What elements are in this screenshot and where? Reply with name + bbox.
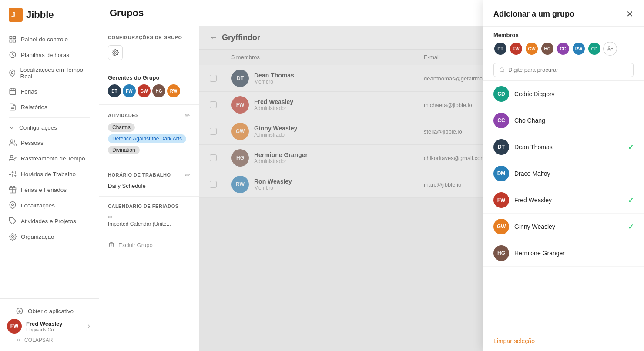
settings-icon	[9, 233, 17, 241]
sidebar-item-label: Localizações em Tempo Real	[20, 67, 90, 80]
edit-activities-button[interactable]: ✏	[185, 112, 190, 119]
activity-tag: Charms	[108, 123, 135, 132]
edit-calendar-button[interactable]: ✏	[108, 214, 113, 221]
get-app-label: Obter o aplicativo	[28, 308, 74, 314]
logo-icon: J	[9, 8, 23, 22]
page-title: Grupos	[110, 7, 144, 19]
sidebar-item-label: Atividades e Projetos	[21, 218, 76, 224]
nav-items: Painel de controle Planilhas de horas Lo…	[0, 30, 99, 298]
sidebar-item-localizacoes[interactable]: Localizações em Tempo Real	[0, 63, 99, 84]
candidate-avatar: FW	[493, 192, 509, 208]
sidebar-item-relatorios[interactable]: Relatórios	[0, 99, 99, 115]
calendar-icon	[9, 87, 17, 95]
activities-title: ATIVIDADES	[108, 113, 139, 118]
sidebar-item-label: Painel de controle	[21, 36, 68, 43]
svg-point-32	[114, 52, 116, 53]
sidebar-item-label: Configurações	[19, 124, 57, 131]
activity-tag: Defence Against the Dark Arts	[108, 134, 186, 143]
file-text-icon	[9, 103, 17, 111]
gear-button[interactable]	[108, 45, 123, 60]
list-item[interactable]: HG Hermione Granger	[483, 240, 644, 267]
avatar: FW	[7, 319, 22, 334]
manager-avatar: GW	[138, 84, 151, 97]
nav-divider	[9, 117, 90, 118]
clock-icon	[9, 51, 17, 59]
svg-point-7	[11, 72, 13, 74]
list-item[interactable]: GW Ginny Weasley ✓	[483, 214, 644, 240]
candidate-name: Fred Weasley	[514, 197, 623, 204]
sidebar-item-label: Férias e Feriados	[21, 187, 67, 193]
calendar-title: CALENDÁRIO DE FERIADOS	[108, 204, 190, 209]
svg-line-37	[503, 71, 504, 72]
activity-tags: Charms Defence Against the Dark Arts Div…	[108, 123, 190, 157]
grid-icon	[9, 35, 17, 43]
svg-rect-3	[13, 36, 16, 38]
gift-icon	[9, 186, 17, 194]
calendar-name: Imported Calendar (Unite...	[108, 221, 190, 227]
list-item[interactable]: DT Dean Thomas ✓	[483, 134, 644, 160]
search-box	[493, 63, 634, 77]
sidebar-item-label: Organização	[21, 234, 54, 240]
svg-rect-2	[10, 36, 12, 38]
tag-icon	[9, 217, 17, 225]
add-group-panel: Adicionar a um grupo ✕ Membros DT FW GW …	[483, 26, 644, 351]
sidebar-item-label: Planilhas de horas	[21, 52, 69, 58]
user-company: Hogwarts Co	[26, 327, 63, 332]
edit-schedule-button[interactable]: ✏	[185, 171, 190, 178]
search-input[interactable]	[508, 67, 628, 73]
svg-point-29	[12, 236, 14, 238]
list-item[interactable]: FW Fred Weasley ✓	[483, 187, 644, 214]
delete-group-button[interactable]: Excluir Grupo	[99, 241, 199, 248]
selected-checkmark: ✓	[628, 143, 634, 151]
sidebar-item-ferias-feriados[interactable]: Férias e Feriados	[0, 182, 99, 197]
chevron-icon	[9, 125, 15, 131]
sidebar-item-configuracoes[interactable]: Configurações	[0, 120, 99, 135]
user-name: Fred Weasley	[26, 321, 63, 327]
panel-footer: Limpar seleção	[483, 331, 644, 351]
activities-section: ATIVIDADES ✏ Charms Defence Against the …	[99, 112, 199, 164]
schedule-section: HORÁRIO DE TRABALHO ✏ Daily Schedule	[99, 171, 199, 197]
user-plus-icon	[607, 46, 613, 52]
user-info[interactable]: FW Fred Weasley Hogwarts Co	[7, 319, 92, 334]
svg-rect-8	[10, 89, 16, 95]
add-member-button[interactable]	[603, 42, 617, 56]
sidebar-item-atividades[interactable]: Atividades e Projetos	[0, 213, 99, 229]
sidebar-item-painel[interactable]: Painel de controle	[0, 31, 99, 47]
activities-header: ATIVIDADES ✏	[108, 112, 190, 119]
sidebar-item-label: Localizações	[21, 202, 55, 209]
sidebar-item-label: Férias	[21, 88, 37, 95]
manager-avatar: RW	[167, 84, 180, 97]
map-pin2-icon	[9, 201, 17, 209]
svg-rect-5	[13, 40, 16, 42]
get-app-item[interactable]: Obter o aplicativo	[7, 303, 92, 319]
sidebar-item-planilhas[interactable]: Planilhas de horas	[0, 47, 99, 63]
sidebar-item-pessoas[interactable]: Pessoas	[0, 135, 99, 150]
candidate-avatar: GW	[493, 219, 509, 234]
content-area: CONFIGURAÇÕES DE GRUPO Gerentes do Grupo…	[99, 26, 644, 351]
avatar-sm: DT	[493, 42, 507, 56]
sidebar-item-horarios[interactable]: Horários de Trabalho	[0, 166, 99, 182]
list-item[interactable]: DM Draco Malfoy	[483, 160, 644, 187]
sidebar-item-localizacoes2[interactable]: Localizações	[0, 197, 99, 213]
avatar-sm: CC	[556, 42, 570, 56]
delete-group-label: Excluir Grupo	[118, 242, 153, 248]
manager-avatar: HG	[152, 84, 165, 97]
candidate-avatar: DM	[493, 166, 509, 181]
collapse-button[interactable]: COLAPSAR	[7, 334, 92, 347]
collapse-label: COLAPSAR	[24, 337, 53, 343]
sidebar-item-organizacao[interactable]: Organização	[0, 229, 99, 244]
schedule-name: Daily Schedule	[108, 183, 190, 189]
list-item[interactable]: CD Cedric Diggory	[483, 81, 644, 107]
selected-checkmark: ✓	[628, 196, 634, 204]
trash-icon	[108, 241, 115, 248]
logo[interactable]: J Jibble	[0, 0, 99, 30]
svg-point-27	[12, 204, 14, 206]
sidebar-item-rastreamento[interactable]: Rastreamento de Tempo	[0, 150, 99, 166]
sidebar-item-label: Relatórios	[21, 104, 47, 110]
schedule-title: HORÁRIO DE TRABALHO	[108, 172, 171, 177]
sidebar-item-ferias[interactable]: Férias	[0, 84, 99, 99]
svg-text:J: J	[11, 11, 15, 19]
gear-icon	[112, 49, 119, 56]
clear-selection-button[interactable]: Limpar seleção	[493, 338, 535, 344]
list-item[interactable]: CC Cho Chang	[483, 107, 644, 134]
